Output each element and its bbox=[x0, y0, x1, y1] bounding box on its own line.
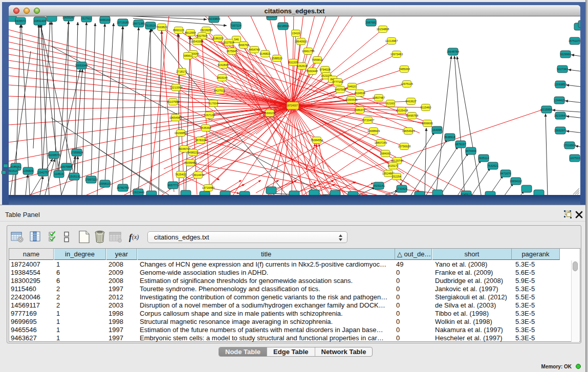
svg-text:17957223: 17957223 bbox=[85, 178, 97, 181]
svg-text:17016504: 17016504 bbox=[563, 144, 576, 147]
svg-text:3024534: 3024534 bbox=[354, 92, 365, 95]
svg-text:16107552: 16107552 bbox=[167, 100, 179, 103]
svg-text:17359924: 17359924 bbox=[71, 151, 83, 154]
svg-text:2935114: 2935114 bbox=[478, 157, 489, 160]
svg-text:9242845: 9242845 bbox=[217, 63, 228, 67]
svg-text:12505135: 12505135 bbox=[68, 175, 80, 178]
svg-text:23226058: 23226058 bbox=[200, 29, 212, 32]
svg-text:10654112: 10654112 bbox=[510, 180, 522, 183]
svg-text:9777169: 9777169 bbox=[332, 80, 343, 83]
svg-text:16154808: 16154808 bbox=[377, 28, 389, 31]
svg-text:15692971: 15692971 bbox=[554, 129, 567, 132]
svg-text:15720407: 15720407 bbox=[362, 119, 374, 122]
svg-text:817004: 817004 bbox=[209, 102, 218, 105]
svg-text:2986372: 2986372 bbox=[354, 108, 365, 112]
svg-text:7515526: 7515526 bbox=[145, 24, 156, 27]
svg-text:19654983: 19654983 bbox=[169, 116, 182, 119]
svg-text:8938918: 8938918 bbox=[444, 136, 455, 139]
svg-text:20364436: 20364436 bbox=[345, 98, 357, 101]
svg-text:391514: 391514 bbox=[9, 169, 17, 172]
svg-text:9463627: 9463627 bbox=[405, 100, 416, 103]
svg-text:7357224: 7357224 bbox=[230, 24, 241, 27]
svg-text:3215958: 3215958 bbox=[541, 108, 552, 111]
svg-text:9474444: 9474444 bbox=[465, 149, 476, 152]
svg-text:9227343: 9227343 bbox=[557, 68, 568, 71]
svg-text:1244415: 1244415 bbox=[554, 99, 564, 102]
svg-text:6899695: 6899695 bbox=[422, 122, 432, 125]
svg-text:9327504: 9327504 bbox=[223, 41, 234, 44]
svg-text:14191141: 14191141 bbox=[373, 184, 385, 187]
svg-text:12213363: 12213363 bbox=[170, 86, 182, 89]
svg-text:8454749: 8454749 bbox=[249, 48, 259, 51]
svg-text:19218506: 19218506 bbox=[277, 25, 289, 28]
svg-text:19384554: 19384554 bbox=[311, 139, 323, 142]
svg-text:12213967: 12213967 bbox=[385, 39, 398, 42]
svg-text:16648784: 16648784 bbox=[447, 50, 459, 53]
svg-text:10973493: 10973493 bbox=[390, 53, 403, 56]
svg-text:9794028: 9794028 bbox=[319, 68, 330, 71]
svg-text:90975887: 90975887 bbox=[60, 165, 73, 168]
svg-text:8471676: 8471676 bbox=[500, 172, 511, 175]
svg-text:7955812: 7955812 bbox=[312, 58, 322, 61]
svg-text:114519: 114519 bbox=[54, 172, 63, 176]
svg-text:9657771: 9657771 bbox=[167, 184, 178, 187]
svg-text:13495758: 13495758 bbox=[406, 114, 418, 117]
svg-text:7663822: 7663822 bbox=[156, 26, 167, 29]
svg-text:15300237: 15300237 bbox=[264, 112, 276, 115]
svg-text:18807249: 18807249 bbox=[375, 141, 387, 144]
svg-text:8813054: 8813054 bbox=[266, 16, 277, 18]
svg-text:9245612: 9245612 bbox=[461, 193, 471, 195]
svg-text:20053346: 20053346 bbox=[75, 64, 88, 67]
svg-text:10719185: 10719185 bbox=[117, 21, 129, 24]
svg-text:832205: 832205 bbox=[289, 61, 298, 64]
svg-text:94620: 94620 bbox=[348, 85, 356, 88]
svg-text:6466160: 6466160 bbox=[99, 18, 110, 21]
svg-text:8960123: 8960123 bbox=[173, 29, 184, 32]
svg-text:12923446: 12923446 bbox=[132, 191, 144, 194]
svg-text:10807487: 10807487 bbox=[373, 96, 385, 99]
svg-text:2966760: 2966760 bbox=[238, 43, 249, 47]
svg-text:1262615: 1262615 bbox=[296, 64, 307, 68]
svg-text:19166852: 19166852 bbox=[175, 132, 187, 135]
svg-text:62160: 62160 bbox=[386, 102, 394, 105]
svg-text:16961758: 16961758 bbox=[302, 50, 314, 53]
svg-text:20891406: 20891406 bbox=[34, 19, 46, 23]
svg-text:15419: 15419 bbox=[292, 32, 299, 35]
svg-text:2405572: 2405572 bbox=[15, 19, 26, 23]
svg-text:1156829: 1156829 bbox=[23, 169, 33, 172]
svg-text:546: 546 bbox=[234, 38, 238, 41]
svg-text:8186323: 8186323 bbox=[212, 37, 223, 40]
svg-text:10025438: 10025438 bbox=[396, 109, 408, 112]
svg-text:13716485: 13716485 bbox=[202, 186, 214, 189]
svg-text:12975115: 12975115 bbox=[401, 82, 413, 85]
svg-text:15751074: 15751074 bbox=[569, 39, 580, 42]
svg-text:16099483: 16099483 bbox=[184, 161, 197, 164]
svg-text:10655267: 10655267 bbox=[62, 16, 75, 19]
svg-text:7485063: 7485063 bbox=[399, 68, 409, 71]
svg-text:7632621: 7632621 bbox=[487, 164, 498, 167]
svg-text:12342757: 12342757 bbox=[37, 171, 49, 174]
svg-text:9146821: 9146821 bbox=[259, 52, 270, 55]
svg-text:16671385: 16671385 bbox=[133, 22, 145, 25]
svg-text:1588520: 1588520 bbox=[271, 57, 282, 60]
svg-text:1535394: 1535394 bbox=[200, 126, 211, 129]
svg-text:8990448: 8990448 bbox=[307, 70, 317, 73]
svg-text:16033809: 16033809 bbox=[208, 17, 220, 20]
svg-text:1615172: 1615172 bbox=[387, 164, 398, 167]
svg-text:2984067: 2984067 bbox=[380, 152, 390, 155]
svg-text:5878334: 5878334 bbox=[195, 139, 206, 142]
svg-text:164095: 164095 bbox=[432, 128, 442, 132]
svg-text:1733426: 1733426 bbox=[396, 187, 407, 190]
svg-text:16210643: 16210643 bbox=[554, 114, 567, 117]
svg-text:9327505: 9327505 bbox=[197, 34, 207, 37]
svg-text:14914479: 14914479 bbox=[192, 173, 204, 177]
svg-text:1167533: 1167533 bbox=[569, 157, 580, 160]
svg-text:2803144: 2803144 bbox=[216, 76, 227, 79]
svg-text:(x): (x) bbox=[132, 233, 139, 240]
svg-text:18640910: 18640910 bbox=[295, 40, 307, 43]
svg-text:6879197: 6879197 bbox=[455, 143, 466, 146]
svg-text:20756928: 20756928 bbox=[398, 145, 410, 148]
svg-text:8427512: 8427512 bbox=[214, 89, 225, 92]
svg-text:16543362: 16543362 bbox=[191, 40, 203, 43]
svg-text:12093853: 12093853 bbox=[554, 83, 567, 86]
